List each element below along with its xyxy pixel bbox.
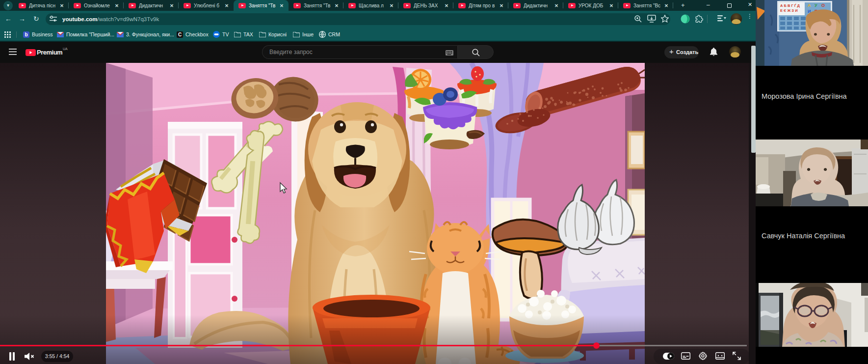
svg-text:Е Є Ж З И: Е Є Ж З И [780,8,798,13]
svg-text:А Б В Г Ґ Д: А Б В Г Ґ Д [780,3,800,8]
svg-text:О: О [821,3,825,8]
svg-text:У: У [815,3,817,8]
svg-text:А: А [808,3,811,8]
